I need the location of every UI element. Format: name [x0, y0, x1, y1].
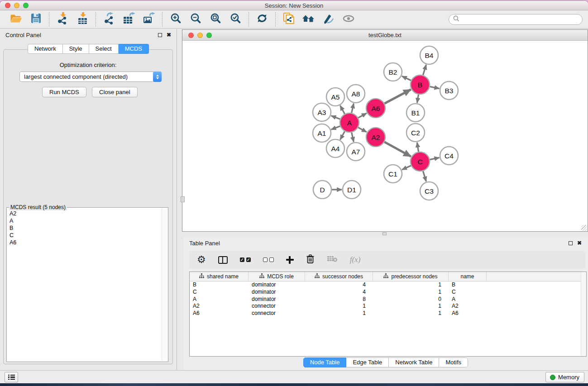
splitter-handle[interactable] [181, 196, 185, 202]
edge-C-C1[interactable] [402, 166, 411, 170]
edge-A2-C[interactable] [384, 142, 411, 157]
zoom-fit-button[interactable] [207, 12, 224, 27]
node-C3[interactable]: C3 [420, 182, 438, 200]
export-image-button[interactable] [141, 12, 157, 27]
edge-A-A6[interactable] [358, 113, 367, 118]
gear-button[interactable]: ⚙ [197, 254, 206, 266]
minimize-network-icon[interactable] [197, 33, 203, 38]
table-row[interactable]: A6connector11A6 [190, 310, 586, 317]
edge-A-A3[interactable] [331, 116, 340, 119]
delete-button[interactable] [306, 254, 315, 266]
tab-style[interactable]: Style [63, 44, 89, 54]
cell-shared-name[interactable]: C [190, 289, 249, 296]
cell-MCDS-role[interactable]: dominator [249, 281, 305, 289]
search-input[interactable] [462, 16, 578, 23]
zoom-selected-button[interactable] [227, 12, 244, 27]
cell-shared-name[interactable]: B [190, 281, 249, 289]
mcds-result-list[interactable]: A2ABCA6 [7, 208, 161, 361]
node-B[interactable]: B [411, 75, 430, 94]
search-box[interactable] [449, 14, 583, 25]
node-A[interactable]: A [340, 113, 359, 132]
close-panel-icon[interactable]: ✖ [167, 33, 171, 37]
edge-A-A2[interactable] [358, 128, 367, 132]
close-table-panel-icon[interactable]: ✖ [577, 241, 582, 245]
table-scrollbar[interactable] [581, 272, 586, 356]
edge-C-C4[interactable] [430, 157, 440, 159]
result-scrollbar[interactable] [162, 208, 167, 361]
table-row[interactable]: A2connector11A2 [190, 303, 586, 310]
column-header-predecessor-nodes[interactable]: predecessor nodes [373, 272, 449, 281]
cell-name[interactable]: C [449, 289, 487, 296]
cell-predecessor-nodes[interactable]: 1 [373, 281, 449, 289]
clear-selection-button[interactable] [263, 254, 274, 266]
node-D1[interactable]: D1 [343, 181, 361, 199]
edge-A6-B[interactable] [384, 90, 411, 104]
node-A4[interactable]: A4 [326, 139, 344, 157]
node-A5[interactable]: A5 [326, 88, 344, 106]
run-mcds-button[interactable]: Run MCDS [42, 87, 86, 97]
tab-edge-table[interactable]: Edge Table [346, 357, 389, 367]
column-header-MCDS-role[interactable]: MCDS role [249, 272, 305, 281]
node-A8[interactable]: A8 [347, 85, 365, 103]
cell-predecessor-nodes[interactable]: 1 [373, 310, 449, 317]
tab-network[interactable]: Network [28, 44, 63, 54]
cell-successor-nodes[interactable]: 4 [305, 289, 373, 296]
save-session-button[interactable] [28, 12, 44, 27]
result-item[interactable]: B [10, 224, 161, 232]
memory-button[interactable]: Memory [545, 372, 584, 382]
home-button[interactable] [301, 12, 317, 27]
float-table-panel-icon[interactable] [569, 241, 573, 245]
tab-network-table[interactable]: Network Table [389, 357, 439, 367]
cell-MCDS-role[interactable]: connector [249, 310, 305, 317]
cell-predecessor-nodes[interactable]: 1 [373, 289, 449, 296]
split-table-button[interactable] [218, 254, 228, 266]
cell-predecessor-nodes[interactable]: 0 [373, 296, 449, 303]
zoom-network-icon[interactable] [206, 33, 212, 38]
select-all-button[interactable]: ✓✓ [240, 254, 251, 266]
network-canvas[interactable]: AA1A3A5A8A4A7A6A2BB2B4B3B1CC2C4C1C3DD1 [182, 41, 588, 231]
edge-C-C3[interactable] [423, 171, 426, 181]
function-builder-button[interactable]: f(x) [350, 254, 361, 266]
edge-B-B1[interactable] [417, 95, 419, 103]
tab-select[interactable]: Select [89, 44, 119, 54]
resize-grip-icon[interactable] [581, 225, 587, 231]
zoom-in-button[interactable] [167, 12, 184, 27]
cell-name[interactable]: A6 [449, 310, 487, 317]
cell-predecessor-nodes[interactable]: 1 [373, 303, 449, 310]
node-A7[interactable]: A7 [347, 143, 365, 161]
node-C1[interactable]: C1 [384, 165, 402, 183]
cell-successor-nodes[interactable]: 1 [305, 303, 373, 310]
edge-A-A8[interactable] [352, 103, 354, 113]
export-network-button[interactable] [101, 12, 117, 27]
result-item[interactable]: C [10, 232, 161, 239]
title-bar[interactable]: Session: New Session [0, 1, 588, 10]
tab-motifs[interactable]: Motifs [439, 357, 468, 367]
divider-handle[interactable] [382, 232, 387, 235]
table-row[interactable]: Cdominator41C [190, 289, 586, 296]
network-window-titlebar[interactable]: testGlobe.txt [182, 30, 588, 41]
node-C4[interactable]: C4 [440, 147, 458, 165]
edge-B-B4[interactable] [423, 65, 426, 75]
table-row[interactable]: Bdominator41B [190, 281, 586, 289]
column-header-successor-nodes[interactable]: successor nodes [305, 272, 373, 281]
cell-name[interactable]: B [449, 281, 487, 289]
node-B1[interactable]: B1 [406, 104, 425, 122]
cell-name[interactable]: A [449, 296, 487, 303]
node-C[interactable]: C [411, 152, 430, 171]
node-D[interactable]: D [313, 181, 331, 199]
close-panel-button[interactable]: Close panel [92, 87, 138, 97]
close-network-icon[interactable] [188, 33, 194, 38]
float-panel-icon[interactable] [158, 33, 162, 37]
cell-successor-nodes[interactable]: 1 [305, 310, 373, 317]
edge-B-B3[interactable] [430, 86, 440, 88]
cell-MCDS-role[interactable]: dominator [249, 289, 305, 296]
cell-name[interactable]: A2 [449, 303, 487, 310]
zoom-window-icon[interactable] [23, 3, 29, 8]
edge-A-A5[interactable] [340, 105, 345, 114]
node-A2[interactable]: A2 [366, 128, 385, 147]
cell-MCDS-role[interactable]: connector [249, 303, 305, 310]
cell-successor-nodes[interactable]: 8 [305, 296, 373, 303]
edge-C-C2[interactable] [417, 143, 418, 152]
node-A3[interactable]: A3 [313, 103, 331, 121]
edge-A-A7[interactable] [352, 132, 354, 142]
